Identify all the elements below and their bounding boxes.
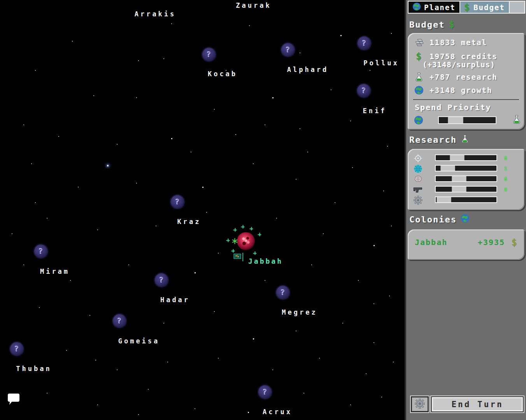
research-slider-handle[interactable] (452, 187, 466, 192)
research-slider-handle[interactable] (437, 197, 451, 202)
unexplored-star-icon[interactable]: ? (281, 43, 295, 56)
map-star-dot (70, 280, 71, 281)
map-star-dot (23, 264, 24, 265)
dollar-icon: $ (464, 2, 470, 13)
unexplored-star-icon[interactable]: ? (202, 48, 216, 61)
divider (413, 99, 519, 100)
colonies-header: Colonies (409, 214, 470, 225)
question-mark-glyph: ? (159, 276, 163, 284)
research-row: 8 (408, 186, 524, 194)
map-star-dot (323, 233, 324, 234)
colony-row[interactable]: Jabbah+3935$ (408, 237, 524, 247)
end-turn-button[interactable]: End Turn (431, 396, 524, 412)
sparkle-icon (233, 228, 237, 232)
unexplored-star-icon[interactable]: ? (358, 37, 371, 50)
spend-priority-slider-handle[interactable] (448, 117, 463, 123)
map-star-dot (78, 187, 79, 187)
map-star-dot (72, 41, 73, 42)
budget-resource-value: +787 research (430, 73, 498, 81)
unexplored-star-icon[interactable]: ? (357, 84, 370, 97)
research-slider-handle[interactable] (440, 166, 455, 171)
research-row: 8 (408, 175, 524, 183)
map-star-dot (23, 124, 24, 125)
map-star-dot (387, 146, 388, 147)
tab-budget[interactable]: $ Budget (459, 2, 509, 13)
metal-icon (413, 38, 425, 47)
end-turn-label: End Turn (451, 400, 503, 409)
map-star-dot (107, 165, 109, 166)
map-star-dot (195, 272, 196, 273)
research-slider[interactable] (435, 165, 497, 172)
map-star-dot (373, 342, 374, 343)
research-slider[interactable] (435, 154, 497, 161)
research-level-indicator: 1 (504, 166, 507, 171)
starmap[interactable]: ZaurakArrakis?Kocab?Alphard?Pollux?Enif?… (0, 0, 405, 420)
unexplored-star-icon[interactable]: ? (276, 286, 289, 299)
unexplored-star-icon[interactable]: ? (34, 245, 47, 258)
map-star-dot (307, 152, 308, 152)
unexplored-star-icon[interactable]: ? (155, 273, 168, 287)
system-label: Thuban (16, 365, 51, 373)
system-label: Pollux (363, 59, 399, 67)
flask-icon (461, 135, 469, 145)
construction-icon (412, 196, 423, 205)
map-star-dot (235, 134, 236, 135)
map-star-dot (296, 179, 296, 180)
system-label: Megrez (282, 308, 317, 316)
unexplored-star-icon[interactable]: ? (113, 314, 126, 327)
map-star-dot (47, 218, 47, 219)
dollar-glyph: $ (464, 2, 470, 13)
research-slider[interactable] (435, 175, 497, 182)
budget-resource-value: +3148 growth (430, 86, 492, 94)
map-star-dot (331, 89, 331, 90)
research-flask-icon (512, 115, 521, 126)
map-star-dot (167, 362, 168, 362)
shields-icon (412, 164, 423, 173)
map-star-dot (300, 128, 300, 129)
research-header: Research (409, 135, 469, 145)
map-star-dot (35, 70, 36, 71)
map-star-dot (89, 315, 90, 316)
system-label: Zaurak (236, 2, 271, 9)
home-planet-sprite[interactable] (237, 232, 255, 250)
map-star-dot (214, 311, 215, 312)
map-star-dot (171, 23, 172, 24)
research-slider[interactable] (435, 196, 497, 203)
map-star-dot (265, 280, 265, 281)
map-star-dot (156, 226, 156, 226)
map-star-dot (393, 362, 394, 362)
research-slider-handle[interactable] (450, 155, 465, 160)
unexplored-star-icon[interactable]: ? (171, 195, 184, 208)
settings-button[interactable] (411, 396, 429, 412)
unexplored-star-icon[interactable]: ? (258, 385, 272, 399)
sparkle-icon (253, 252, 257, 255)
map-star-dot (373, 245, 375, 246)
sparkle-icon (250, 227, 253, 231)
map-star-dot (272, 97, 274, 98)
chat-bubble-icon[interactable] (8, 394, 19, 402)
map-star-dot (171, 138, 172, 139)
map-star-dot (272, 369, 273, 370)
system-label: Hadar (160, 296, 190, 304)
weapons-icon (412, 186, 423, 194)
budget-resource-value: 19758 credits (430, 52, 498, 61)
map-star-dot (163, 323, 164, 324)
colonies-panel: Jabbah+3935$ (408, 229, 524, 260)
sidebar: Planet $ Budget Budget $ Spend Priority … (405, 0, 526, 420)
research-slider[interactable] (435, 186, 497, 192)
map-star-dot (191, 152, 191, 152)
planet-icon (412, 2, 421, 12)
spend-priority-slider[interactable] (438, 116, 496, 124)
sparkle-icon (241, 225, 245, 229)
dollar-icon: $ (511, 237, 517, 247)
question-mark-glyph: ? (207, 50, 211, 59)
game-screen: ZaurakArrakis?Kocab?Alphard?Pollux?Enif?… (0, 0, 526, 420)
question-mark-glyph: ? (14, 345, 19, 353)
map-star-dot (136, 97, 137, 98)
starburst-icon (232, 238, 238, 244)
research-row: 1 (408, 165, 524, 173)
map-star-dot (93, 95, 94, 96)
unexplored-star-icon[interactable]: ? (10, 342, 23, 355)
research-slider-handle[interactable] (452, 176, 466, 181)
tab-planet[interactable]: Planet (409, 2, 459, 13)
